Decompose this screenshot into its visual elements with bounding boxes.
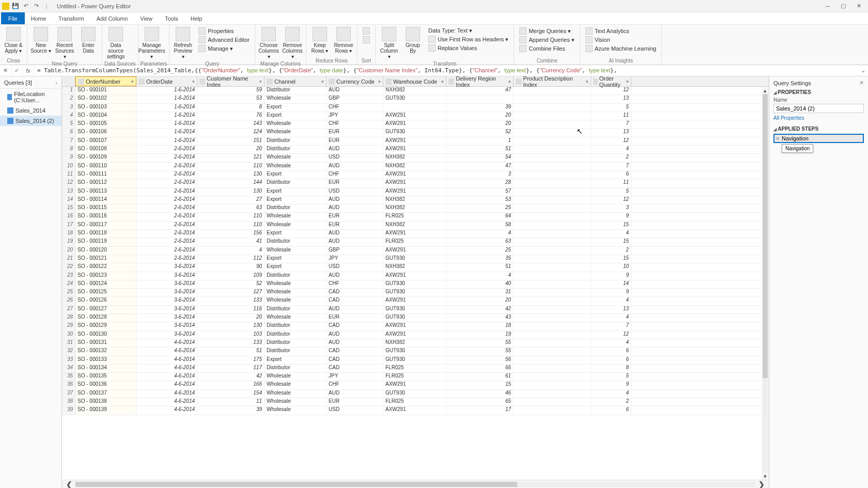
cell[interactable]: Export — [265, 230, 327, 238]
cell[interactable]: AXW291 — [383, 381, 446, 389]
cell[interactable]: 151 — [197, 137, 265, 145]
table-row[interactable]: 23SO - 0001233-6-2014109DistributorAUDAX… — [62, 272, 769, 280]
cell[interactable]: Distributor — [265, 179, 327, 187]
table-row[interactable]: 25SO - 0001253-6-2014127WholesaleCADGUT9… — [62, 289, 769, 297]
cell[interactable]: 156 — [197, 230, 265, 238]
cell[interactable]: 2-6-2014 — [136, 163, 197, 170]
cell[interactable]: 54 — [446, 154, 514, 162]
cell[interactable]: Export — [265, 356, 327, 364]
cell[interactable]: 3-6-2014 — [136, 314, 197, 322]
save-icon[interactable]: 💾 — [11, 2, 20, 10]
column-header[interactable]: Product Description Index▾ — [514, 76, 591, 86]
type-icon[interactable] — [199, 78, 205, 85]
cell[interactable]: Wholesale — [265, 314, 327, 322]
text-analytics-button[interactable]: Text Analytics — [584, 27, 657, 35]
cell[interactable]: AUD — [327, 196, 383, 204]
cell[interactable]: SO - 000101 — [75, 87, 136, 95]
cell[interactable] — [514, 289, 591, 296]
cell[interactable]: 15 — [446, 381, 514, 389]
cell[interactable]: 110 — [197, 222, 265, 229]
cell[interactable]: Export — [265, 196, 327, 204]
cell[interactable]: 130 — [197, 322, 265, 330]
cell[interactable]: 2-6-2014 — [136, 154, 197, 162]
cell[interactable]: 15 — [591, 238, 631, 246]
cell[interactable]: Wholesale — [265, 163, 327, 170]
row-index[interactable]: 9 — [62, 154, 75, 162]
cell[interactable]: Export — [265, 112, 327, 120]
row-index[interactable]: 20 — [62, 247, 75, 255]
replace-values-button[interactable]: Replace Values — [427, 44, 509, 52]
cell[interactable]: SO - 000120 — [75, 247, 136, 255]
table-row[interactable]: 29SO - 0001293-6-2014130DistributorCADAX… — [62, 322, 769, 330]
cell[interactable] — [514, 95, 591, 103]
cell[interactable]: 3-6-2014 — [136, 272, 197, 280]
cell[interactable]: AXW291 — [383, 230, 446, 238]
column-header[interactable]: Currency Code▾ — [327, 76, 383, 86]
row-index[interactable]: 3 — [62, 104, 75, 112]
column-filter-icon[interactable]: ▾ — [441, 79, 444, 84]
redo-icon[interactable]: ↷ — [32, 2, 40, 10]
cell[interactable]: NXH382 — [383, 339, 446, 347]
table-row[interactable]: 22SO - 0001223-6-201490ExportUSDNXH38251… — [62, 263, 769, 272]
keep-rows-button[interactable]: Keep Rows ▾ — [308, 26, 331, 55]
sort-desc-button[interactable] — [362, 36, 371, 44]
cell[interactable]: SO - 000121 — [75, 255, 136, 263]
close-settings-icon[interactable]: ✕ — [859, 80, 864, 86]
cell[interactable]: 2 — [591, 398, 631, 406]
row-index[interactable]: 12 — [62, 179, 75, 187]
cell[interactable]: 175 — [197, 356, 265, 364]
cell[interactable]: 3-6-2014 — [136, 297, 197, 305]
cell[interactable]: Export — [265, 104, 327, 112]
row-index[interactable]: 23 — [62, 272, 75, 280]
row-index[interactable]: 6 — [62, 129, 75, 136]
cell[interactable]: GBP — [327, 247, 383, 255]
formula-accept-icon[interactable]: ✓ — [11, 66, 23, 76]
table-row[interactable]: 31SO - 0001314-6-2014133DistributorAUDNX… — [62, 339, 769, 348]
cell[interactable]: 1-6-2014 — [136, 112, 197, 120]
cell[interactable]: SO - 000115 — [75, 204, 136, 212]
delete-step-icon[interactable]: ✕ — [776, 136, 780, 141]
scroll-down-icon[interactable]: ▾ — [762, 473, 769, 480]
table-row[interactable]: 20SO - 0001202-6-20144WholesaleGBPAXW291… — [62, 247, 769, 255]
cell[interactable]: 124 — [197, 129, 265, 136]
row-index[interactable]: 22 — [62, 263, 75, 271]
table-row[interactable]: 2SO - 0001021-6-201453WholesaleGBPGUT930… — [62, 95, 769, 103]
cell[interactable]: AXW291 — [383, 137, 446, 145]
cell[interactable]: Wholesale — [265, 289, 327, 296]
cell[interactable] — [514, 339, 591, 347]
remove-columns-button[interactable]: Remove Columns ▾ — [281, 26, 304, 60]
cell[interactable]: 4-6-2014 — [136, 365, 197, 372]
column-filter-icon[interactable]: ▾ — [378, 79, 381, 84]
cell[interactable]: 51 — [446, 146, 514, 153]
tools-tab[interactable]: Tools — [159, 13, 184, 24]
cell[interactable]: Wholesale — [265, 398, 327, 406]
refresh-preview-button[interactable]: Refresh Preview ▾ — [172, 26, 194, 60]
cell[interactable]: CAD — [327, 289, 383, 296]
cell[interactable]: 4 — [446, 230, 514, 238]
cell[interactable]: SO - 000136 — [75, 381, 136, 389]
cell[interactable]: 76 — [197, 112, 265, 120]
table-row[interactable]: 4SO - 0001041-6-201476ExportJPYAXW291201… — [62, 112, 769, 120]
type-icon[interactable] — [593, 78, 598, 85]
data-source-settings-button[interactable]: Data source settings — [104, 26, 127, 60]
cell[interactable] — [514, 398, 591, 406]
cell[interactable]: FLR025 — [383, 238, 446, 246]
row-index[interactable]: 14 — [62, 196, 75, 204]
table-row[interactable]: 9SO - 0001092-6-2014121WholesaleUSDNXH38… — [62, 154, 769, 162]
cell[interactable]: 2-6-2014 — [136, 247, 197, 255]
cell[interactable]: CAD — [327, 348, 383, 355]
cell[interactable]: 63 — [197, 204, 265, 212]
enter-data-button[interactable]: Enter Data — [77, 26, 100, 55]
cell[interactable]: AXW291 — [383, 247, 446, 255]
cell[interactable]: 2-6-2014 — [136, 146, 197, 153]
cell[interactable] — [514, 255, 591, 263]
cell[interactable]: AUD — [327, 331, 383, 339]
row-index[interactable]: 5 — [62, 120, 75, 128]
cell[interactable]: 110 — [197, 213, 265, 221]
cell[interactable]: 53 — [446, 196, 514, 204]
cell[interactable]: Wholesale — [265, 297, 327, 305]
cell[interactable]: AUD — [327, 230, 383, 238]
cell[interactable]: 57 — [446, 188, 514, 196]
vertical-scroll-thumb[interactable] — [763, 94, 768, 378]
cell[interactable]: SO - 000104 — [75, 112, 136, 120]
